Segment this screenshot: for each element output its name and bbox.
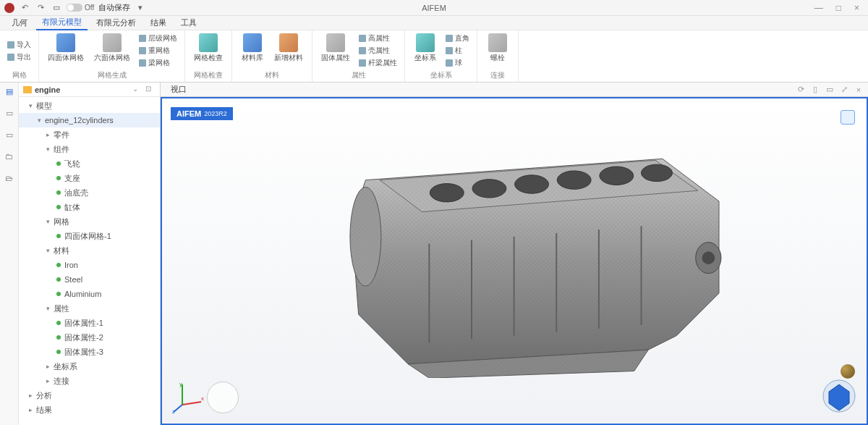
maximize-button[interactable]: □ <box>836 3 841 13</box>
tree-node-results[interactable]: ▸结果 <box>19 403 160 417</box>
viewport-close-icon[interactable]: × <box>854 85 864 95</box>
axis-triad-icon[interactable]: x y z <box>172 380 207 415</box>
cs-button[interactable]: 坐标系 <box>409 32 441 70</box>
beam-mesh-button[interactable]: 梁网格 <box>136 57 180 69</box>
hex-mesh-button[interactable]: 六面体网格 <box>90 32 135 70</box>
engine-model[interactable] <box>317 138 754 378</box>
svg-point-7 <box>350 187 381 286</box>
view-pin-icon[interactable] <box>841 110 855 125</box>
menu-fem-model[interactable]: 有限元模型 <box>36 15 88 30</box>
files-icon[interactable]: 🗀 <box>4 151 15 162</box>
svg-point-4 <box>600 167 634 185</box>
material-lib-button[interactable]: 材料库 <box>237 32 268 70</box>
import-button[interactable]: 导入 <box>4 39 34 51</box>
tree-node-property[interactable]: ▾属性 <box>19 301 160 316</box>
tree-node-connection[interactable]: ▸连接 <box>19 374 160 388</box>
svg-text:z: z <box>172 408 175 415</box>
tree-node-mesh[interactable]: ▾网格 <box>19 214 160 229</box>
member-prop-button[interactable]: 杆梁属性 <box>356 57 400 69</box>
nav-cube[interactable] <box>822 379 856 413</box>
menu-geometry[interactable]: 几何 <box>6 16 33 30</box>
tree-node-material[interactable]: ▾材料 <box>19 243 160 258</box>
minimize-button[interactable]: — <box>814 3 823 13</box>
menu-fem-analysis[interactable]: 有限元分析 <box>90 16 142 30</box>
tree-node-engine-cyl[interactable]: ▾engine_12cylinders <box>19 113 160 127</box>
viewport-tab[interactable]: 视口 <box>165 83 192 96</box>
tree-node-iron[interactable]: Iron <box>19 258 160 272</box>
group-label-connection: 连接 <box>482 70 514 82</box>
mesh-check-button[interactable]: 网格检查 <box>190 32 227 70</box>
tree-node-model[interactable]: ▾模型 <box>19 98 160 113</box>
ribbon-group-property: 固体属性 高属性 壳属性 杆梁属性 属性 <box>312 30 405 82</box>
main-area: ▤ ▭ ▭ 🗀 🗁 engine ⌄ ⊡ ▾模型 ▾engine_12cylin… <box>0 83 868 425</box>
svg-point-9 <box>702 251 715 264</box>
ribbon-group-mesh-check: 网格检查 网格检查 <box>185 30 232 82</box>
redo-button[interactable]: ↷ <box>35 2 46 14</box>
tree-node-solid3[interactable]: 固体属性-3 <box>19 345 160 359</box>
tree-node-oilpan[interactable]: 油底壳 <box>19 185 160 200</box>
open-icon[interactable]: 🗁 <box>4 172 15 184</box>
sph-cs-button[interactable]: 球 <box>443 57 472 69</box>
menu-tools[interactable]: 工具 <box>175 16 203 30</box>
svg-point-5 <box>642 164 673 181</box>
layer-mesh-button[interactable]: 层级网格 <box>136 33 180 44</box>
tree-header: engine ⌄ ⊡ <box>19 83 160 97</box>
layers-icon[interactable]: ▭ <box>4 107 15 119</box>
close-button[interactable]: × <box>854 3 859 13</box>
shell-prop-button[interactable]: 壳属性 <box>356 45 400 56</box>
remesh-button[interactable]: 重网格 <box>136 45 180 56</box>
orbit-widget-icon[interactable] <box>207 382 239 413</box>
tree-node-solid1[interactable]: 固体属性-1 <box>19 316 160 330</box>
tree-body: ▾模型 ▾engine_12cylinders ▸零件 ▾组件 飞轮 支座 油底… <box>19 97 160 418</box>
tree-node-support[interactable]: 支座 <box>19 171 160 185</box>
menu-results[interactable]: 结果 <box>145 16 172 30</box>
group-label-property: 属性 <box>317 70 400 82</box>
tree-tab-icon[interactable]: ▤ <box>4 85 15 97</box>
tree-node-aluminium[interactable]: Aluminium <box>19 287 160 301</box>
autosave-toggle[interactable]: Off <box>67 4 94 12</box>
viewport-maximize-icon[interactable]: ⤢ <box>839 85 849 95</box>
material-preview-icon[interactable] <box>841 364 855 379</box>
titlebar: ↶ ↷ ▭ Off 自动保存 ▾ AIFEM — □ × <box>0 0 868 16</box>
ribbon-group-connection: 螺栓 连接 <box>477 30 519 82</box>
menubar: 几何 有限元模型 有限元分析 结果 工具 <box>0 16 868 30</box>
tet-mesh-button[interactable]: 四面体网格 <box>43 32 88 70</box>
folder-icon <box>23 86 32 93</box>
tree-node-block[interactable]: 缸体 <box>19 200 160 214</box>
export-button[interactable]: 导出 <box>4 51 34 63</box>
tree-node-steel[interactable]: Steel <box>19 272 160 287</box>
tree-pin-icon[interactable]: ⊡ <box>145 85 156 95</box>
ribbon-group-mesh-gen: 四面体网格 六面体网格 层级网格 重网格 梁网格 网格生成 <box>39 30 185 82</box>
rect-cs-button[interactable]: 直角 <box>443 33 472 44</box>
tree-node-analysis[interactable]: ▸分析 <box>19 388 160 403</box>
connection-button[interactable]: 螺栓 <box>482 32 514 70</box>
tree-node-flywheel[interactable]: 飞轮 <box>19 156 160 171</box>
ribbon-group-cs: 坐标系 直角 柱 球 坐标系 <box>405 30 477 82</box>
tree-node-assembly[interactable]: ▾组件 <box>19 142 160 156</box>
tree-collapse-icon[interactable]: ⌄ <box>132 85 142 95</box>
new-material-button[interactable]: 新增材料 <box>270 32 307 70</box>
qat-dropdown-icon[interactable]: ▾ <box>135 2 146 14</box>
viewport-layout1-icon[interactable]: ▯ <box>810 85 820 95</box>
solid-prop-button[interactable]: 固体属性 <box>317 32 354 70</box>
ribbon-group-material: 材料库 新增材料 材料 <box>232 30 312 82</box>
viewport-3d[interactable]: AIFEM 2023R2 <box>161 97 868 425</box>
tree-node-solid2[interactable]: 固体属性-2 <box>19 330 160 345</box>
viewport-reset-icon[interactable]: ⟳ <box>796 85 806 95</box>
switch-state-label: Off <box>85 4 94 12</box>
undo-button[interactable]: ↶ <box>19 2 30 14</box>
tree-node-cs[interactable]: ▸坐标系 <box>19 359 160 374</box>
svg-text:x: x <box>201 395 204 402</box>
high-prop-button[interactable]: 高属性 <box>356 33 400 44</box>
window-controls: — □ × <box>814 3 868 13</box>
search-icon[interactable]: ▭ <box>4 129 15 140</box>
app-icon[interactable] <box>4 3 14 13</box>
tree-root-label: engine <box>35 85 129 94</box>
tree-node-tet1[interactable]: 四面体网格-1 <box>19 229 160 243</box>
group-label-mesh-gen: 网格生成 <box>43 70 180 82</box>
viewport-tabbar: 视口 ⟳ ▯ ▭ ⤢ × <box>161 83 868 97</box>
cyl-cs-button[interactable]: 柱 <box>443 45 472 56</box>
save-button[interactable]: ▭ <box>51 2 62 14</box>
tree-node-parts[interactable]: ▸零件 <box>19 127 160 142</box>
viewport-layout2-icon[interactable]: ▭ <box>825 85 835 95</box>
